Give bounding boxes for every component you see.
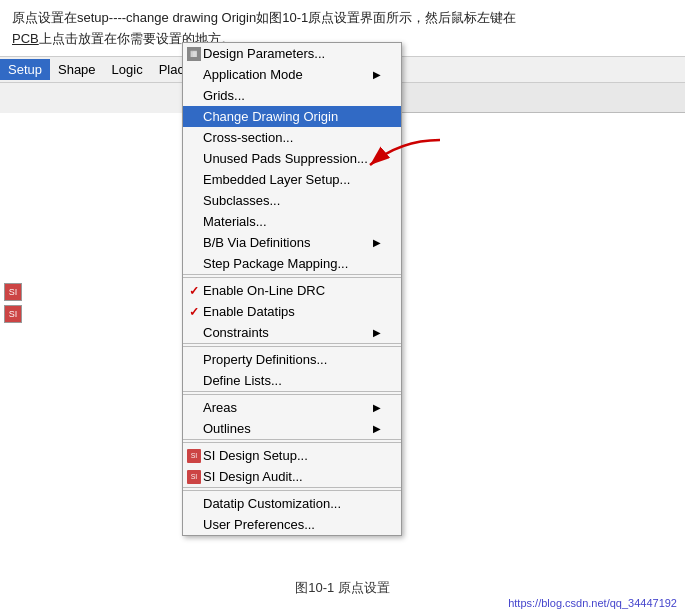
arrow-areas: ▶ bbox=[373, 402, 381, 413]
bottom-caption: 图10-1 原点设置 bbox=[0, 579, 685, 597]
menu-item-si-setup[interactable]: SI SI Design Setup... bbox=[183, 445, 401, 466]
menu-item-si-setup-label: SI Design Setup... bbox=[203, 448, 308, 463]
arrow-outlines: ▶ bbox=[373, 423, 381, 434]
menu-item-si-audit[interactable]: SI SI Design Audit... bbox=[183, 466, 401, 488]
menu-item-embedded-layer[interactable]: Embedded Layer Setup... bbox=[183, 169, 401, 190]
menu-item-constraints-label: Constraints bbox=[203, 325, 269, 340]
left-col: SI SI ✓ ✓ bbox=[0, 83, 185, 113]
menu-item-define-lists-label: Define Lists... bbox=[203, 373, 282, 388]
page-wrapper: 原点设置在setup----change drawing Origin如图10-… bbox=[0, 0, 685, 615]
menu-item-enable-drc-label: Enable On-Line DRC bbox=[203, 283, 325, 298]
menu-item-design-parameters-label: Design Parameters... bbox=[203, 46, 325, 61]
menu-item-define-lists[interactable]: Define Lists... bbox=[183, 370, 401, 392]
menu-item-user-prefs-label: User Preferences... bbox=[203, 517, 315, 532]
menu-item-design-parameters[interactable]: ▦ Design Parameters... bbox=[183, 43, 401, 64]
menu-item-change-drawing-origin-label: Change Drawing Origin bbox=[203, 109, 338, 124]
menu-item-outlines[interactable]: Outlines ▶ bbox=[183, 418, 401, 440]
menu-item-areas[interactable]: Areas ▶ bbox=[183, 397, 401, 418]
menu-logic[interactable]: Logic bbox=[104, 59, 151, 80]
si-audit-icon: SI bbox=[187, 470, 201, 484]
menu-item-application-mode[interactable]: Application Mode ▶ bbox=[183, 64, 401, 85]
menu-item-grids[interactable]: Grids... bbox=[183, 85, 401, 106]
menu-item-property-def[interactable]: Property Definitions... bbox=[183, 349, 401, 370]
menu-item-si-audit-label: SI Design Audit... bbox=[203, 469, 303, 484]
menu-item-materials-label: Materials... bbox=[203, 214, 267, 229]
divider2 bbox=[183, 346, 401, 347]
menu-item-materials[interactable]: Materials... bbox=[183, 211, 401, 232]
menu-item-embedded-layer-label: Embedded Layer Setup... bbox=[203, 172, 350, 187]
divider1 bbox=[183, 277, 401, 278]
menu-item-grids-label: Grids... bbox=[203, 88, 245, 103]
divider4 bbox=[183, 442, 401, 443]
pcb-underline: PCB bbox=[12, 31, 39, 46]
bottom-url: https://blog.csdn.net/qq_34447192 bbox=[508, 597, 677, 609]
dropdown-menu: ▦ Design Parameters... Application Mode … bbox=[182, 42, 402, 536]
divider3 bbox=[183, 394, 401, 395]
check-datatips-icon: ✓ bbox=[187, 305, 201, 319]
menu-item-cross-section-label: Cross-section... bbox=[203, 130, 293, 145]
menu-item-unused-pads-label: Unused Pads Suppression... bbox=[203, 151, 368, 166]
menu-item-unused-pads[interactable]: Unused Pads Suppression... bbox=[183, 148, 401, 169]
menu-item-cross-section[interactable]: Cross-section... bbox=[183, 127, 401, 148]
divider5 bbox=[183, 490, 401, 491]
menu-item-datatip-custom-label: Datatip Customization... bbox=[203, 496, 341, 511]
design-params-icon: ▦ bbox=[187, 47, 201, 61]
menu-item-outlines-label: Outlines bbox=[203, 421, 251, 436]
menu-item-constraints[interactable]: Constraints ▶ bbox=[183, 322, 401, 344]
menu-item-application-mode-label: Application Mode bbox=[203, 67, 303, 82]
menu-item-enable-drc[interactable]: ✓ Enable On-Line DRC bbox=[183, 280, 401, 301]
si-icon2[interactable]: SI bbox=[4, 305, 22, 323]
menu-item-bb-via[interactable]: B/B Via Definitions ▶ bbox=[183, 232, 401, 253]
menu-item-step-package[interactable]: Step Package Mapping... bbox=[183, 253, 401, 275]
menu-item-user-prefs[interactable]: User Preferences... bbox=[183, 514, 401, 535]
menu-item-bb-via-label: B/B Via Definitions bbox=[203, 235, 310, 250]
menu-shape[interactable]: Shape bbox=[50, 59, 104, 80]
menu-item-enable-datatips-label: Enable Datatips bbox=[203, 304, 295, 319]
menu-item-enable-datatips[interactable]: ✓ Enable Datatips bbox=[183, 301, 401, 322]
top-text-line1: 原点设置在setup----change drawing Origin如图10-… bbox=[12, 8, 673, 29]
check-drc-icon: ✓ bbox=[187, 284, 201, 298]
menu-item-change-drawing-origin[interactable]: Change Drawing Origin bbox=[183, 106, 401, 127]
menu-item-subclasses[interactable]: Subclasses... bbox=[183, 190, 401, 211]
menu-item-areas-label: Areas bbox=[203, 400, 237, 415]
arrow-application-mode: ▶ bbox=[373, 69, 381, 80]
menu-item-datatip-custom[interactable]: Datatip Customization... bbox=[183, 493, 401, 514]
menu-item-subclasses-label: Subclasses... bbox=[203, 193, 280, 208]
si-setup-icon: SI bbox=[187, 449, 201, 463]
menu-setup[interactable]: Setup bbox=[0, 59, 50, 80]
arrow-bb-via: ▶ bbox=[373, 237, 381, 248]
si-icon1[interactable]: SI bbox=[4, 283, 22, 301]
menu-item-step-package-label: Step Package Mapping... bbox=[203, 256, 348, 271]
menu-item-property-def-label: Property Definitions... bbox=[203, 352, 327, 367]
arrow-constraints: ▶ bbox=[373, 327, 381, 338]
left-icons: SI SI bbox=[4, 283, 22, 323]
